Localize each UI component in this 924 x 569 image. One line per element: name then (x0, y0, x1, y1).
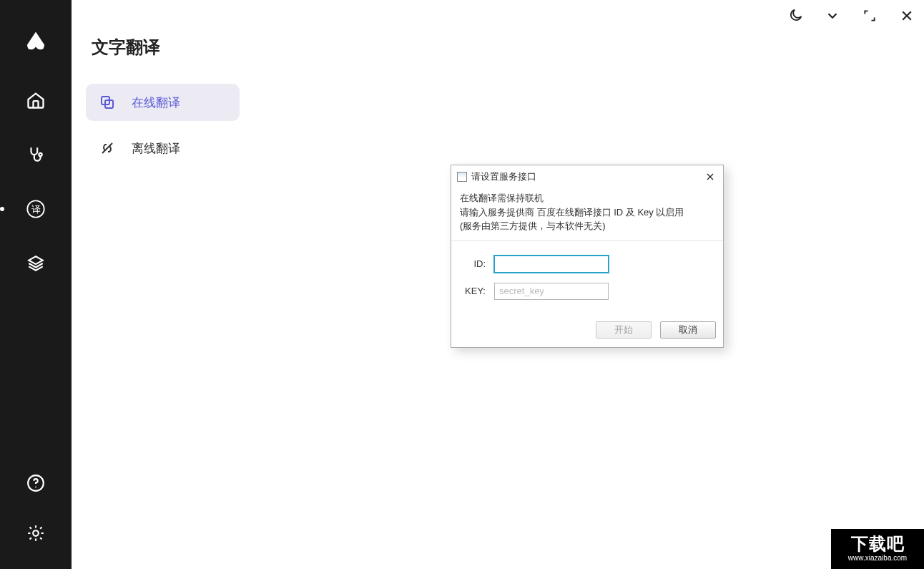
dialog-info: 在线翻译需保持联机 请输入服务提供商 百度在线翻译接口 ID 及 Key 以启用… (451, 187, 723, 241)
dialog-title-text: 请设置服务接口 (471, 170, 536, 183)
stethoscope-icon (26, 145, 45, 164)
close-window-button[interactable] (897, 6, 917, 26)
expand-icon (862, 9, 877, 23)
start-button-label: 开始 (614, 324, 633, 336)
dialog-titlebar: 请设置服务接口 (451, 165, 723, 187)
maximize-button[interactable] (860, 6, 880, 26)
close-icon (706, 172, 714, 181)
rail-item-settings[interactable] (21, 519, 50, 548)
app-root: 译 (0, 0, 924, 569)
cancel-button-label: 取消 (679, 324, 697, 336)
titlebar (785, 6, 917, 26)
rail-nav: 译 (21, 86, 50, 469)
sidebar-item-online[interactable]: 在线翻译 (86, 84, 240, 121)
svg-text:译: 译 (31, 205, 41, 215)
rail-item-diagnose[interactable] (21, 140, 50, 169)
dialog-info-line: (服务由第三方提供，与本软件无关) (460, 219, 714, 233)
svg-point-4 (35, 487, 36, 488)
dialog-app-icon (457, 172, 467, 182)
dialog-buttons: 开始 取消 (451, 317, 723, 347)
rail-bottom (21, 469, 50, 569)
service-config-dialog: 请设置服务接口 在线翻译需保持联机 请输入服务提供商 百度在线翻译接口 ID 及… (451, 165, 724, 348)
home-icon (26, 90, 46, 110)
svg-point-5 (33, 530, 39, 536)
sidebar-item-offline[interactable]: 离线翻译 (86, 130, 240, 167)
key-label: KEY: (460, 286, 486, 296)
watermark-big: 下载吧 (851, 535, 905, 553)
dialog-info-line: 在线翻译需保持联机 (460, 191, 714, 205)
theme-toggle-button[interactable] (785, 6, 805, 26)
watermark-small: www.xiazaiba.com (848, 554, 907, 563)
cancel-button[interactable]: 取消 (660, 321, 716, 339)
sidebar-item-label: 离线翻译 (132, 140, 180, 157)
rail-item-layers[interactable] (21, 249, 50, 278)
chevron-down-icon (825, 8, 840, 24)
sidebar-title: 文字翻译 (92, 36, 240, 59)
key-input[interactable] (494, 283, 609, 300)
watermark: 下载吧 www.xiazaiba.com (831, 529, 924, 569)
moon-icon (787, 8, 803, 24)
dialog-close-button[interactable] (703, 170, 717, 184)
field-key: KEY: (460, 283, 714, 300)
logo-icon (23, 29, 49, 57)
rail-item-home[interactable] (21, 86, 50, 115)
rail-item-help[interactable] (21, 469, 50, 497)
unlink-icon (99, 140, 116, 157)
left-rail: 译 (0, 0, 72, 569)
sidebar: 文字翻译 在线翻译 离线翻译 (72, 0, 250, 569)
dropdown-button[interactable] (822, 6, 842, 26)
field-id: ID: (460, 256, 714, 273)
layers-icon (26, 254, 45, 273)
main-area: 请设置服务接口 在线翻译需保持联机 请输入服务提供商 百度在线翻译接口 ID 及… (250, 0, 924, 569)
rail-item-translate[interactable]: 译 (21, 195, 50, 223)
help-icon (26, 474, 45, 492)
dialog-body: ID: KEY: (451, 241, 723, 317)
id-input[interactable] (494, 256, 609, 273)
start-button[interactable]: 开始 (596, 321, 652, 339)
sidebar-item-label: 在线翻译 (132, 94, 180, 111)
svg-point-0 (39, 153, 41, 156)
dialog-overlay: 请设置服务接口 在线翻译需保持联机 请输入服务提供商 百度在线翻译接口 ID 及… (451, 165, 724, 348)
id-label: ID: (460, 258, 486, 269)
translate-icon: 译 (26, 199, 46, 219)
gear-icon (26, 524, 45, 543)
dialog-info-line: 请输入服务提供商 百度在线翻译接口 ID 及 Key 以启用 (460, 205, 714, 220)
close-icon (900, 9, 914, 23)
overlap-squares-icon (99, 94, 116, 111)
